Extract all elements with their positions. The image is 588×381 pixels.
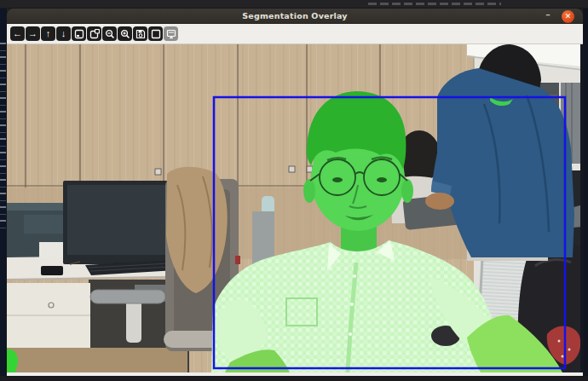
close-button[interactable]: ✕ <box>562 10 574 23</box>
titlebar[interactable]: Segmentation Overlay – ✕ <box>7 9 583 24</box>
background-illegible-text <box>368 3 501 5</box>
background-terminal-strip <box>0 9 7 381</box>
toolbar: ← → ↑ ↓ <box>7 24 583 44</box>
floor <box>7 348 187 372</box>
background-window-top <box>0 0 588 9</box>
pan-up-icon[interactable]: ↑ <box>41 26 55 41</box>
window-title: Segmentation Overlay <box>7 11 583 20</box>
display-icon[interactable] <box>164 26 178 41</box>
background-window-bottom <box>0 376 588 381</box>
zoom-region-icon[interactable] <box>87 26 101 41</box>
segmentation-overlay-window: Segmentation Overlay – ✕ ← → ↑ ↓ <box>7 9 583 376</box>
desktop: Segmentation Overlay – ✕ ← → ↑ ↓ <box>0 0 588 381</box>
window-bottom-edge <box>7 372 583 376</box>
minimize-button[interactable]: – <box>542 9 554 20</box>
jacket-tag <box>235 256 240 264</box>
image-canvas[interactable] <box>7 44 583 372</box>
segmentation-image <box>7 44 583 372</box>
phone <box>41 266 63 275</box>
properties-window-icon[interactable] <box>148 26 163 41</box>
drawer-unit <box>7 283 90 349</box>
pan-left-icon[interactable]: ← <box>10 26 25 41</box>
zoom-out-icon[interactable] <box>102 26 117 41</box>
standing-man-hand <box>425 193 454 210</box>
pan-down-icon[interactable]: ↓ <box>56 26 71 41</box>
ear-right <box>401 179 413 203</box>
ear-left <box>303 179 315 203</box>
pan-right-icon[interactable]: → <box>26 26 40 41</box>
monitor <box>63 181 176 268</box>
save-icon[interactable] <box>133 26 147 41</box>
zoom-1to1-icon[interactable] <box>72 26 86 41</box>
zoom-in-icon[interactable] <box>118 26 132 41</box>
paper-stack <box>39 242 65 257</box>
background-right-strip <box>583 9 588 381</box>
